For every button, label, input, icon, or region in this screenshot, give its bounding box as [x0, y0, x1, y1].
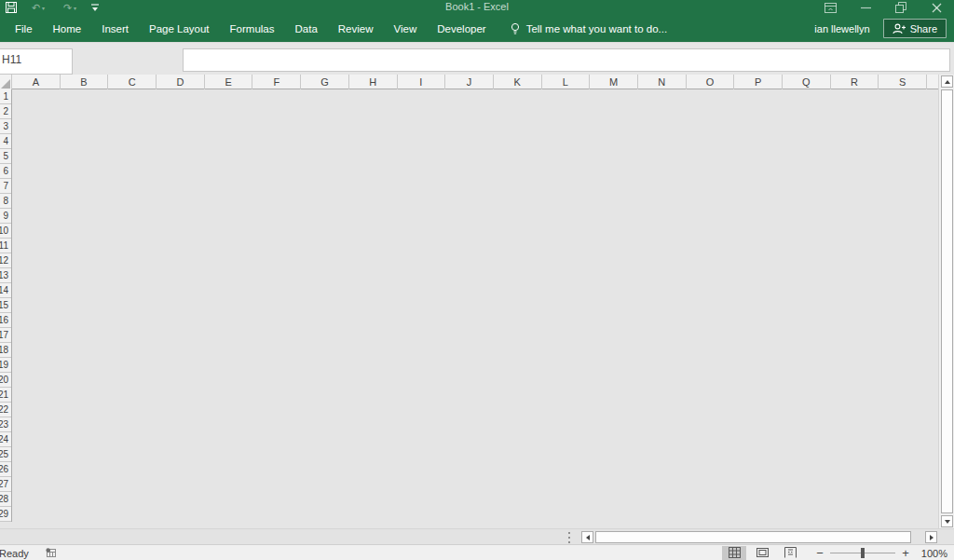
column-header-N[interactable]: N: [638, 75, 687, 89]
page-layout-icon: [756, 547, 769, 558]
down-arrow-icon: [945, 520, 950, 524]
scroll-up-button[interactable]: [941, 75, 953, 88]
vertical-scrollbar[interactable]: [938, 75, 954, 528]
ribbon-tab-home[interactable]: Home: [43, 15, 92, 42]
row-header-28[interactable]: 28: [0, 492, 11, 507]
user-name[interactable]: ian llewellyn: [814, 23, 869, 34]
column-header-L[interactable]: L: [542, 75, 591, 89]
status-label: Ready: [0, 547, 29, 559]
row-header-11[interactable]: 11: [0, 239, 11, 253]
row-header-18[interactable]: 18: [0, 343, 11, 358]
right-arrow-icon: [930, 535, 934, 540]
row-header-21[interactable]: 21: [0, 388, 11, 403]
row-header-17[interactable]: 17: [0, 328, 11, 343]
column-header-H[interactable]: H: [349, 75, 398, 89]
row-header-12[interactable]: 12: [0, 253, 11, 268]
close-icon[interactable]: [919, 0, 954, 15]
column-header-E[interactable]: E: [205, 75, 253, 89]
select-all-triangle-icon: [1, 79, 10, 89]
tell-me-box[interactable]: Tell me what you want to do...: [510, 22, 668, 35]
column-header-Q[interactable]: Q: [783, 75, 831, 89]
row-header-29[interactable]: 29: [0, 507, 11, 522]
horizontal-scroll-thumb[interactable]: [595, 531, 911, 543]
row-header-5[interactable]: 5: [0, 149, 11, 164]
formula-bar-input[interactable]: [183, 48, 950, 72]
ribbon-display-options-icon[interactable]: [812, 0, 848, 15]
row-header-23[interactable]: 23: [0, 417, 11, 432]
column-header-M[interactable]: M: [590, 75, 638, 89]
share-person-icon: [893, 23, 906, 34]
cell-grid[interactable]: [13, 89, 938, 528]
name-box[interactable]: H11: [0, 48, 73, 75]
restore-icon[interactable]: [883, 0, 919, 15]
column-header-F[interactable]: F: [252, 75, 301, 89]
ribbon-tab-page-layout[interactable]: Page Layout: [139, 15, 220, 42]
column-header-D[interactable]: D: [157, 75, 205, 89]
macro-record-icon[interactable]: [46, 548, 57, 558]
scroll-right-button[interactable]: [925, 531, 937, 543]
row-header-15[interactable]: 15: [0, 298, 11, 313]
page-layout-view-button[interactable]: [750, 546, 774, 560]
ribbon-tab-formulas[interactable]: Formulas: [220, 15, 285, 42]
row-header-7[interactable]: 7: [0, 179, 11, 194]
lightbulb-icon: [510, 22, 521, 35]
normal-view-icon: [729, 547, 741, 558]
column-header-O[interactable]: O: [687, 75, 735, 89]
row-header-14[interactable]: 14: [0, 283, 11, 298]
page-break-preview-button[interactable]: [778, 546, 802, 560]
select-all-button[interactable]: [0, 75, 12, 89]
row-header-6[interactable]: 6: [0, 164, 11, 179]
row-header-4[interactable]: 4: [0, 134, 11, 149]
ribbon-tab-insert[interactable]: Insert: [91, 15, 139, 42]
row-header-25[interactable]: 25: [0, 447, 11, 462]
row-header-19[interactable]: 19: [0, 358, 11, 373]
column-header-A[interactable]: A: [12, 75, 61, 89]
column-header-J[interactable]: J: [445, 75, 494, 89]
row-header-24[interactable]: 24: [0, 432, 11, 447]
ribbon-tab-data[interactable]: Data: [285, 15, 328, 42]
normal-view-button[interactable]: [722, 546, 746, 560]
zoom-slider-thumb[interactable]: [861, 548, 865, 558]
scroll-left-button[interactable]: [581, 531, 593, 543]
tell-me-label: Tell me what you want to do...: [526, 23, 668, 34]
ribbon-tab-bar: FileHomeInsertPage LayoutFormulasDataRev…: [0, 15, 954, 42]
ribbon-tab-developer[interactable]: Developer: [427, 15, 496, 42]
row-header-1[interactable]: 1: [0, 89, 11, 104]
zoom-slider[interactable]: [830, 548, 895, 558]
row-header-27[interactable]: 27: [0, 477, 11, 492]
ribbon-tab-file[interactable]: File: [5, 15, 43, 42]
row-header-16[interactable]: 16: [0, 313, 11, 328]
left-arrow-icon: [586, 535, 590, 540]
row-header-20[interactable]: 20: [0, 373, 11, 388]
minimize-icon[interactable]: [848, 0, 883, 15]
row-header-13[interactable]: 13: [0, 268, 11, 283]
column-header-R[interactable]: R: [831, 75, 879, 89]
column-header-I[interactable]: I: [398, 75, 446, 89]
row-header-9[interactable]: 9: [0, 209, 11, 224]
worksheet-area: ABCDEFGHIJKLMNOPQRS 12345678910111213141…: [0, 75, 954, 528]
column-header-C[interactable]: C: [108, 75, 157, 89]
row-header-10[interactable]: 10: [0, 224, 11, 239]
ribbon-tabs: FileHomeInsertPage LayoutFormulasDataRev…: [0, 15, 497, 42]
zoom-percent-label[interactable]: 100%: [920, 547, 947, 559]
column-header-B[interactable]: B: [61, 75, 109, 89]
vertical-scroll-thumb[interactable]: [941, 89, 953, 513]
zoom-in-button[interactable]: +: [897, 546, 914, 560]
column-header-filler: [927, 75, 938, 89]
share-button[interactable]: Share: [883, 19, 947, 38]
row-header-2[interactable]: 2: [0, 104, 11, 119]
column-header-K[interactable]: K: [494, 75, 542, 89]
column-header-G[interactable]: G: [301, 75, 349, 89]
row-header-3[interactable]: 3: [0, 119, 11, 134]
status-bar: Ready − + 100%: [0, 544, 954, 560]
ribbon-tab-review[interactable]: Review: [328, 15, 384, 42]
scroll-down-button[interactable]: [941, 515, 953, 527]
tab-splitter-handle[interactable]: [567, 532, 571, 543]
column-header-S[interactable]: S: [879, 75, 927, 89]
row-header-26[interactable]: 26: [0, 462, 11, 477]
row-header-22[interactable]: 22: [0, 403, 11, 417]
zoom-out-button[interactable]: −: [811, 546, 828, 560]
row-header-8[interactable]: 8: [0, 194, 11, 209]
ribbon-tab-view[interactable]: View: [384, 15, 428, 42]
column-header-P[interactable]: P: [734, 75, 783, 89]
